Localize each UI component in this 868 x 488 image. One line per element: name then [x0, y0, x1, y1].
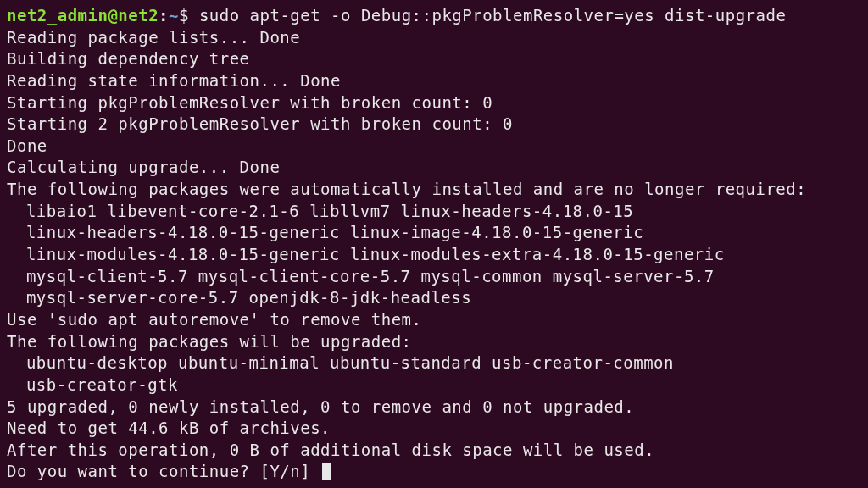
prompt-continue-text: Do you want to continue? [Y/n] [7, 462, 320, 480]
output-line: Done [7, 136, 861, 158]
prompt-dollar: $ [179, 6, 199, 25]
cursor-icon [322, 463, 331, 480]
output-line: The following packages will be upgraded: [7, 331, 861, 353]
command-text: sudo apt-get -o Debug::pkgProblemResolve… [199, 6, 786, 25]
output-line-package: linux-modules-4.18.0-15-generic linux-mo… [7, 244, 861, 266]
output-line: Reading package lists... Done [7, 27, 861, 49]
output-line-package: linux-headers-4.18.0-15-generic linux-im… [7, 222, 861, 244]
prompt-user-host: net2_admin@net2 [7, 6, 159, 25]
prompt-continue[interactable]: Do you want to continue? [Y/n] [7, 461, 861, 483]
output-line: Starting pkgProblemResolver with broken … [7, 92, 861, 114]
output-line: Starting 2 pkgProblemResolver with broke… [7, 114, 861, 136]
output-line-package: mysql-client-5.7 mysql-client-core-5.7 m… [7, 266, 861, 288]
output-line: After this operation, 0 B of additional … [7, 440, 861, 462]
terminal-window[interactable]: net2_admin@net2:~$ sudo apt-get -o Debug… [7, 5, 861, 483]
prompt-path: ~ [169, 6, 179, 25]
output-line-package: libaio1 libevent-core-2.1-6 libllvm7 lin… [7, 201, 861, 223]
output-line-package: mysql-server-core-5.7 openjdk-8-jdk-head… [7, 287, 861, 309]
prompt-colon: : [159, 6, 169, 25]
output-line: Need to get 44.6 kB of archives. [7, 418, 861, 440]
output-line-package: ubuntu-desktop ubuntu-minimal ubuntu-sta… [7, 352, 861, 374]
output-line: The following packages were automaticall… [7, 179, 861, 201]
output-line: Reading state information... Done [7, 70, 861, 92]
output-line: Building dependency tree [7, 48, 861, 70]
output-line: Calculating upgrade... Done [7, 157, 861, 179]
output-line: 5 upgraded, 0 newly installed, 0 to remo… [7, 396, 861, 419]
output-line: Use 'sudo apt autoremove' to remove them… [7, 309, 861, 331]
command-line: net2_admin@net2:~$ sudo apt-get -o Debug… [7, 5, 861, 27]
output-line-package: usb-creator-gtk [7, 374, 861, 396]
